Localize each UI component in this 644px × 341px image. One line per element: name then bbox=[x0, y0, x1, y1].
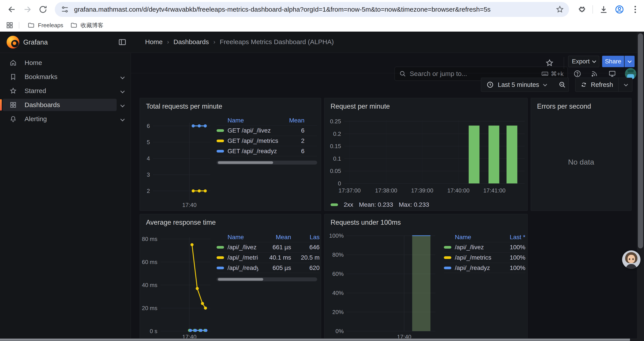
sidebar-link[interactable]: Alerting bbox=[3, 113, 116, 125]
forward-icon[interactable] bbox=[21, 3, 34, 16]
url-bar[interactable]: grafana.mathmast.com/d/deytv4rwavabkb/fr… bbox=[55, 2, 569, 17]
series-name[interactable]: /api/_/metrics bbox=[444, 254, 500, 261]
request-per-minute-chart[interactable]: 17:37:0017:38:0017:39:0017:40:0017:41:00… bbox=[324, 98, 528, 211]
share-dropdown-button[interactable] bbox=[624, 56, 634, 67]
sidebar-item-starred[interactable]: Starred bbox=[0, 85, 131, 97]
legend-column-header[interactable]: Las bbox=[291, 234, 320, 241]
y-tick-label: 60% bbox=[332, 270, 344, 277]
legend-row: /api/_/metrics100% bbox=[444, 252, 526, 263]
reload-icon[interactable] bbox=[36, 3, 50, 16]
panel-errors-per-second: Errors per second No data bbox=[531, 98, 632, 211]
bookmark-folder-blogs[interactable]: 收藏博客 bbox=[67, 21, 107, 30]
chevron-down-icon bbox=[592, 59, 596, 63]
scrollbar-thumb[interactable] bbox=[0, 338, 630, 341]
horizontal-scrollbar[interactable] bbox=[0, 338, 644, 341]
sidebar-item-home[interactable]: Home bbox=[0, 57, 131, 69]
sidebar-link[interactable]: Starred bbox=[3, 85, 116, 97]
panel-under-100ms: Requests under 100ms 100%80%60%40%20%0%1… bbox=[324, 214, 528, 341]
bar bbox=[506, 126, 517, 183]
export-button[interactable]: Export bbox=[568, 56, 599, 67]
share-button[interactable]: Share bbox=[602, 56, 624, 67]
zoom-out-time-button[interactable] bbox=[556, 78, 569, 92]
legend-column-header[interactable]: Mean bbox=[278, 117, 304, 124]
grafana-header: Grafana Home›Dashboards›Freeleaps Metric… bbox=[0, 32, 644, 53]
chevron-down-icon[interactable] bbox=[120, 89, 125, 93]
legend-row: /api/_/readyz605 µs620 bbox=[216, 263, 320, 273]
mega-menu-toggle-icon[interactable] bbox=[118, 38, 127, 47]
legend-scrollbar[interactable] bbox=[216, 277, 317, 281]
scrollbar-thumb[interactable] bbox=[218, 278, 263, 281]
panel-title[interactable]: Errors per second bbox=[537, 103, 591, 110]
site-settings-icon[interactable] bbox=[60, 5, 69, 14]
series-name[interactable]: GET /api/_/metrics bbox=[216, 137, 278, 144]
sidebar-item-alerting[interactable]: Alerting bbox=[0, 113, 131, 125]
legend-column-header[interactable]: Mean bbox=[258, 234, 291, 241]
active-accent-bar bbox=[0, 99, 2, 111]
legend-column-header[interactable]: Last * bbox=[500, 234, 526, 241]
breadcrumb-separator: › bbox=[167, 38, 169, 46]
sidebar-nav: HomeBookmarksStarredDashboardsAlerting bbox=[0, 53, 131, 341]
y-tick-label: 80% bbox=[332, 251, 344, 258]
help-icon[interactable] bbox=[572, 69, 582, 79]
x-tick-label: 17:40 bbox=[182, 202, 196, 208]
series-name[interactable]: GET /api/_/livez bbox=[216, 127, 278, 134]
refresh-button[interactable]: Refresh bbox=[575, 78, 618, 92]
downloads-icon[interactable] bbox=[599, 5, 608, 14]
actions-divider bbox=[564, 57, 564, 69]
series-name[interactable]: 2xx bbox=[344, 201, 353, 208]
sidebar-link[interactable]: Dashboards bbox=[3, 99, 116, 111]
series-name[interactable]: GET /api/_/readyz bbox=[216, 148, 278, 155]
x-tick-label: 17:38:00 bbox=[375, 187, 397, 194]
favorite-dashboard-star-icon[interactable] bbox=[545, 59, 554, 67]
legend-column-header[interactable]: Name bbox=[216, 234, 258, 241]
refresh-interval-dropdown[interactable] bbox=[618, 78, 632, 92]
series-name[interactable]: /api/_/livez bbox=[444, 244, 500, 251]
sidebar-link[interactable]: Home bbox=[3, 57, 116, 69]
sidebar-item-label: Home bbox=[24, 59, 42, 67]
scrollbar-thumb[interactable] bbox=[218, 161, 273, 164]
series-value: 646 bbox=[291, 244, 320, 251]
back-icon[interactable] bbox=[5, 3, 18, 16]
floating-assistant-avatar[interactable] bbox=[622, 250, 640, 269]
vertical-scrollbar[interactable] bbox=[637, 32, 644, 338]
search-input[interactable] bbox=[410, 70, 541, 78]
legend-scrollbar[interactable] bbox=[216, 161, 317, 165]
data-point bbox=[192, 189, 195, 192]
time-range-picker[interactable]: Last 5 minutes bbox=[481, 78, 556, 92]
legend-column-header[interactable]: Name bbox=[216, 117, 278, 124]
series-name[interactable]: /api/_/livez bbox=[216, 244, 258, 251]
sidebar-item-bookmarks[interactable]: Bookmarks bbox=[0, 71, 131, 83]
sidebar-link[interactable]: Bookmarks bbox=[3, 71, 116, 83]
bookmark-folder-freeleaps[interactable]: Freeleaps bbox=[24, 21, 67, 30]
bookmark-page-star-icon[interactable] bbox=[556, 5, 564, 14]
chevron-down-icon[interactable] bbox=[120, 117, 125, 121]
breadcrumb-item[interactable]: Home bbox=[145, 38, 163, 46]
series-name[interactable]: /api/_/readyz bbox=[216, 264, 258, 271]
breadcrumb-item[interactable]: Dashboards bbox=[174, 38, 209, 46]
sidebar-item-dashboards[interactable]: Dashboards bbox=[0, 99, 131, 111]
series-value: 605 µs bbox=[258, 264, 291, 271]
series-max: Max: 0.233 bbox=[399, 201, 429, 208]
legend-row: GET /api/_/metrics2 bbox=[216, 136, 317, 146]
series-value: 40.1 ms bbox=[258, 254, 291, 261]
news-rss-icon[interactable] bbox=[589, 69, 600, 79]
legend-column-header[interactable]: Name bbox=[444, 234, 500, 241]
profile-icon[interactable] bbox=[615, 5, 624, 14]
url-text[interactable]: grafana.mathmast.com/d/deytv4rwavabkb/fr… bbox=[74, 6, 569, 13]
grafana-logo[interactable] bbox=[6, 36, 19, 49]
display-monitor-icon[interactable] bbox=[607, 69, 618, 79]
extensions-icon[interactable] bbox=[577, 5, 587, 14]
apps-grid-icon[interactable] bbox=[6, 21, 14, 29]
series-name[interactable]: /api/_/readyz bbox=[444, 264, 500, 271]
scrollbar-thumb[interactable] bbox=[638, 33, 643, 248]
chevron-down-icon[interactable] bbox=[120, 103, 125, 107]
y-tick-label: 40 ms bbox=[142, 282, 158, 288]
legend-row: 2xx Mean: 0.233 Max: 0.233 bbox=[330, 201, 429, 208]
series-name[interactable]: /api/_/metrics bbox=[216, 254, 258, 261]
x-tick-label: 17:41:00 bbox=[483, 187, 506, 194]
apps-icon bbox=[9, 101, 17, 109]
keyboard-icon bbox=[541, 70, 549, 78]
menu-dots-icon[interactable] bbox=[630, 5, 640, 14]
zoom-out-icon bbox=[558, 81, 566, 88]
chevron-down-icon[interactable] bbox=[120, 75, 125, 79]
